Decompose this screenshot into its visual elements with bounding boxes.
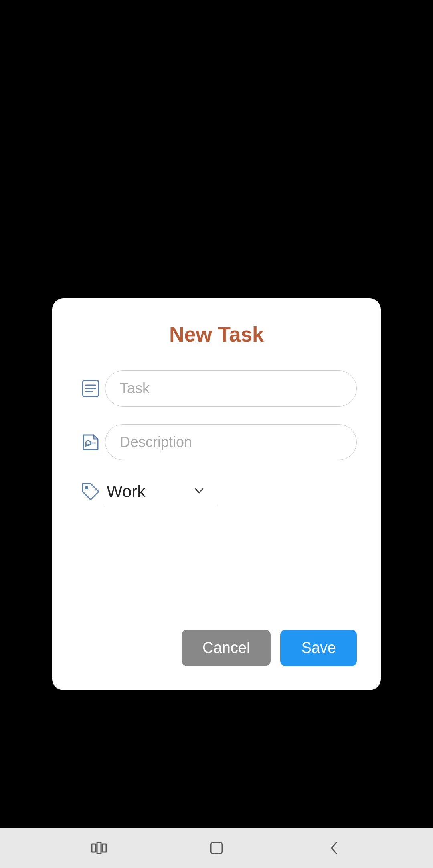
task-list-icon <box>76 378 105 399</box>
task-input[interactable] <box>105 370 357 407</box>
svg-rect-8 <box>102 844 106 852</box>
recent-apps-button[interactable] <box>90 839 108 857</box>
dialog-title: New Task <box>76 322 357 346</box>
svg-rect-6 <box>92 844 96 852</box>
description-icon <box>76 432 105 453</box>
dialog-spacer <box>76 533 357 630</box>
cancel-button[interactable]: Cancel <box>182 630 271 666</box>
svg-rect-7 <box>97 842 101 854</box>
category-select[interactable]: Work Personal Shopping Health Education <box>105 478 217 505</box>
screen-content: New Task <box>0 120 433 868</box>
save-button[interactable]: Save <box>280 630 357 666</box>
description-input-row <box>76 424 357 460</box>
tag-icon <box>76 481 105 502</box>
new-task-dialog: New Task <box>52 298 381 690</box>
dialog-actions: Cancel Save <box>76 630 357 666</box>
svg-rect-9 <box>211 842 222 854</box>
category-select-wrapper: Work Personal Shopping Health Education <box>105 478 357 505</box>
home-button[interactable] <box>208 839 225 857</box>
category-row: Work Personal Shopping Health Education <box>76 478 357 509</box>
back-button[interactable] <box>325 839 343 857</box>
description-input[interactable] <box>105 424 357 460</box>
svg-point-5 <box>85 486 88 489</box>
task-input-row <box>76 370 357 407</box>
nav-bar <box>0 828 433 868</box>
